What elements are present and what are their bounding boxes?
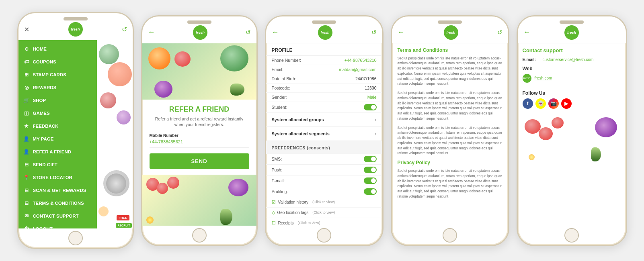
send-gift-icon: ⊟ bbox=[23, 161, 30, 168]
menu-item-home[interactable]: ⊙ HOME bbox=[18, 43, 97, 55]
geo-location-row[interactable]: ◇ Geo location tags (Click to view) bbox=[266, 208, 382, 218]
receipts-click: (Click to view) bbox=[297, 221, 320, 225]
dob-label: Date of Birth: bbox=[272, 76, 308, 81]
menu-item-shop[interactable]: 🛒 SHOP bbox=[18, 94, 97, 107]
food-decoration-4 bbox=[117, 110, 131, 124]
menu-label-coupons: COUPONS bbox=[33, 59, 56, 64]
web-row: fresh fresh.com bbox=[523, 74, 621, 83]
menu-item-refer[interactable]: 👤 REFER A FRIEND bbox=[18, 145, 97, 158]
profile-row-phone: Phone Number: +44-9876543210 bbox=[266, 56, 382, 65]
phone-5-home-button[interactable] bbox=[564, 228, 579, 243]
web-link[interactable]: fresh.com bbox=[535, 76, 552, 80]
friend-badge bbox=[103, 170, 129, 196]
menu-label-home: HOME bbox=[33, 47, 47, 51]
logo-text-4: fresh bbox=[446, 31, 455, 35]
phone-4-content: Terms and Conditions Sed ut perspiciatis… bbox=[392, 43, 508, 226]
phone-3-content: PROFILE Phone Number: +44-9876543210 Ema… bbox=[266, 43, 382, 226]
facebook-icon[interactable]: f bbox=[523, 98, 533, 109]
menu-item-contact[interactable]: ✉ CONTACT SUPPORT bbox=[18, 210, 97, 222]
terms-body-4: Sed ut perspiciatis unde omnis iste natu… bbox=[398, 168, 502, 199]
student-toggle[interactable] bbox=[364, 104, 377, 110]
profiling-toggle[interactable] bbox=[364, 188, 377, 195]
chevron-right-icon-1: › bbox=[375, 116, 377, 123]
instagram-icon[interactable]: 📷 bbox=[548, 98, 559, 109]
back-arrow-icon-5[interactable]: ← bbox=[523, 28, 531, 37]
back-arrow-icon-3[interactable]: ← bbox=[272, 28, 279, 37]
phone-2-home-button[interactable] bbox=[192, 228, 207, 243]
profile-group-row-1[interactable]: System allocated groups › bbox=[266, 113, 382, 127]
close-icon[interactable]: ✕ bbox=[24, 26, 29, 33]
mobile-label: Mobile Number bbox=[150, 133, 249, 138]
email-toggle[interactable] bbox=[364, 177, 377, 184]
phone-5-content: Contact support E-mail: customerservice@… bbox=[518, 43, 626, 226]
profile-group-row-2[interactable]: System allocated segments › bbox=[266, 127, 382, 141]
games-icon: ◫ bbox=[23, 110, 30, 116]
menu-item-store-locator[interactable]: 📍 STORE LOCATOR bbox=[18, 171, 97, 184]
snapchat-icon[interactable]: 👻 bbox=[535, 98, 546, 109]
refer-food-bottom bbox=[142, 175, 256, 226]
phone-4-home-button[interactable] bbox=[443, 228, 457, 243]
contact-tomato-1 bbox=[525, 119, 541, 134]
menu-label-shop: SHOP bbox=[33, 98, 46, 103]
terms-icon: ⊟ bbox=[23, 200, 30, 206]
menu-item-games[interactable]: ◫ GAMES bbox=[18, 107, 97, 120]
menu-item-scan-rewards[interactable]: ⊟ SCAN & GET REWARDS bbox=[18, 184, 97, 197]
follow-icons: f 👻 📷 ▶ bbox=[523, 98, 621, 109]
menu-item-send-gift[interactable]: ⊟ SEND GIFT bbox=[18, 158, 97, 171]
onion-dec bbox=[228, 179, 248, 196]
phone-5-contact: ← fresh Contact support E-mail: customer… bbox=[517, 15, 627, 246]
divider-1 bbox=[523, 87, 621, 87]
back-arrow-icon[interactable]: ← bbox=[148, 28, 155, 37]
menu-item-stamp-cards[interactable]: ⊞ STAMP CARDS bbox=[18, 68, 97, 81]
receipts-icon: ☐ bbox=[272, 220, 276, 226]
sms-toggle[interactable] bbox=[364, 156, 377, 162]
refer-body: REFER A FRIEND Refer a friend and get a … bbox=[142, 100, 256, 175]
send-button[interactable]: SEND bbox=[150, 153, 249, 169]
food-purple bbox=[154, 81, 172, 98]
menu-item-terms[interactable]: ⊟ TERMS & CONDITIONS bbox=[18, 197, 97, 210]
menu-label-rewards: REWARDS bbox=[33, 85, 57, 90]
profile-title: PROFILE bbox=[266, 43, 382, 56]
tomato-2 bbox=[157, 183, 168, 194]
student-label: Student: bbox=[272, 105, 308, 110]
email-value-5: customerservice@fresh.com bbox=[543, 57, 594, 62]
push-label: Push: bbox=[272, 167, 283, 172]
profile-row-student: Student: bbox=[266, 102, 382, 113]
pref-row-sms: SMS: bbox=[266, 154, 382, 165]
postcode-label: Postcode: bbox=[272, 86, 308, 90]
phone-1-home-button[interactable] bbox=[68, 231, 83, 245]
feedback-icon: ★ bbox=[23, 123, 30, 129]
logout-icon: ⏻ bbox=[23, 226, 30, 228]
validation-history-row[interactable]: ☑ Validation history (Click to view) bbox=[266, 197, 382, 208]
menu-item-rewards[interactable]: ◎ REWARDS bbox=[18, 81, 97, 94]
refresh-icon-2[interactable]: ↺ bbox=[246, 29, 251, 36]
menu-item-coupons[interactable]: 🏷 COUPONS bbox=[18, 55, 97, 68]
refresh-icon-4[interactable]: ↺ bbox=[497, 29, 502, 36]
menu-item-feedback[interactable]: ★ FEEDBACK bbox=[18, 120, 97, 133]
push-toggle[interactable] bbox=[364, 167, 377, 173]
menu-label-terms: TERMS & CONDITIONS bbox=[33, 201, 84, 206]
menu-item-mypage[interactable]: 👤 MY PAGE bbox=[18, 133, 97, 145]
shop-icon: 🛒 bbox=[23, 97, 30, 104]
store-locator-icon: 📍 bbox=[23, 174, 30, 181]
back-arrow-icon-4[interactable]: ← bbox=[398, 28, 405, 37]
group-label-2: System allocated segments bbox=[272, 131, 330, 136]
menu-body: ⊙ HOME 🏷 COUPONS ⊞ STAMP CARDS ◎ REWARDS… bbox=[18, 40, 133, 228]
mobile-input[interactable]: +44-7838455621 bbox=[150, 139, 249, 148]
logo-circle: fresh bbox=[68, 22, 83, 37]
phone-3-home-button[interactable] bbox=[317, 228, 331, 243]
follow-title: Follow Us bbox=[523, 90, 621, 96]
youtube-icon[interactable]: ▶ bbox=[561, 98, 572, 109]
refresh-icon[interactable]: ↺ bbox=[122, 26, 127, 33]
email-value: matdan@gmail.com bbox=[308, 67, 377, 72]
phone-3-profile: ← fresh ↺ PROFILE Phone Number: +44-9876… bbox=[265, 15, 384, 246]
contact-email-row: E-mail: customerservice@fresh.com bbox=[523, 57, 621, 62]
menu-label-send-gift: SEND GIFT bbox=[33, 162, 57, 167]
receipts-row[interactable]: ☐ Receipts (Click to view) bbox=[266, 218, 382, 226]
contact-tomato-3 bbox=[552, 117, 564, 128]
refresh-icon-3[interactable]: ↺ bbox=[371, 29, 377, 36]
web-logo-text: fresh bbox=[523, 76, 531, 80]
phone-1-menu: ✕ fresh ↺ ⊙ HOME 🏷 COUPONS ⊞ STAMP CARDS bbox=[17, 12, 134, 249]
scan-rewards-icon: ⊟ bbox=[23, 187, 30, 194]
menu-item-logout[interactable]: ⏻ LOGOUT bbox=[18, 222, 97, 228]
